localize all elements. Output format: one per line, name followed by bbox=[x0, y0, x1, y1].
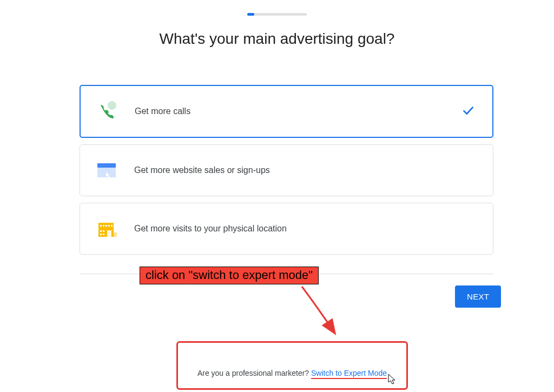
checkmark-icon bbox=[461, 103, 475, 119]
svg-rect-5 bbox=[114, 232, 117, 237]
svg-rect-1 bbox=[97, 163, 116, 168]
svg-rect-10 bbox=[111, 225, 113, 227]
option-label: Get more website sales or sign-ups bbox=[134, 165, 270, 175]
progress-bar bbox=[247, 13, 307, 16]
svg-rect-9 bbox=[108, 225, 110, 227]
svg-rect-12 bbox=[103, 230, 104, 232]
switch-to-expert-mode-link[interactable]: Switch to Expert Mode bbox=[311, 369, 387, 379]
goal-options: Get more calls Get more website sales or… bbox=[80, 85, 493, 261]
option-label: Get more calls bbox=[135, 107, 190, 116]
next-button[interactable]: NEXT bbox=[455, 285, 501, 308]
svg-rect-4 bbox=[107, 230, 111, 237]
svg-rect-14 bbox=[103, 234, 104, 235]
progress-fill bbox=[247, 13, 254, 16]
svg-rect-6 bbox=[100, 225, 102, 227]
svg-rect-13 bbox=[100, 234, 102, 235]
footer-question: Are you a professional marketer? bbox=[197, 369, 311, 377]
svg-rect-8 bbox=[105, 225, 107, 227]
phone-icon bbox=[96, 100, 118, 123]
expert-mode-box: Are you a professional marketer? Switch … bbox=[176, 341, 408, 390]
browser-icon bbox=[95, 159, 118, 182]
annotation-arrow-icon bbox=[296, 281, 356, 346]
option-label: Get more visits to your physical locatio… bbox=[134, 224, 287, 234]
option-get-more-calls[interactable]: Get more calls bbox=[80, 85, 493, 138]
svg-rect-11 bbox=[100, 230, 102, 232]
footer-text: Are you a professional marketer? Switch … bbox=[197, 369, 387, 377]
annotation-callout: click on "switch to expert mode" bbox=[140, 267, 319, 284]
option-website-sales[interactable]: Get more website sales or sign-ups bbox=[80, 144, 493, 196]
option-physical-location[interactable]: Get more visits to your physical locatio… bbox=[80, 203, 493, 255]
svg-point-0 bbox=[108, 101, 116, 110]
store-icon bbox=[95, 217, 118, 240]
svg-rect-7 bbox=[103, 225, 104, 227]
page-title: What's your main advertising goal? bbox=[0, 30, 554, 48]
